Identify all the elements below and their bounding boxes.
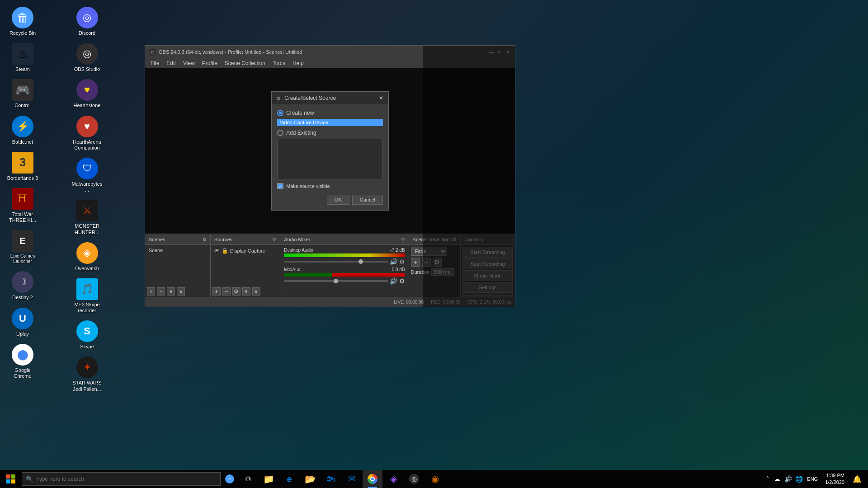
tray-chevron[interactable]: ˄ xyxy=(764,476,771,482)
dialog-close-button[interactable]: ✕ xyxy=(377,94,385,102)
desktop-icon-chrome[interactable]: ⬤ Google Chrome xyxy=(5,342,41,381)
uplay-icon: U xyxy=(12,308,33,329)
monsterhunter-label: MONSTER HUNTER... xyxy=(71,223,103,235)
tray-icon-network[interactable]: 🌐 xyxy=(794,470,803,488)
cortana-button[interactable]: ○ xyxy=(221,470,239,488)
taskbar-search-box[interactable]: 🔍 xyxy=(22,472,221,486)
create-new-radio[interactable] xyxy=(277,110,283,116)
desktop-icon-uplay[interactable]: U Uplay xyxy=(5,305,41,339)
language-indicator[interactable]: ENG xyxy=(805,476,820,482)
menu-view[interactable]: View xyxy=(179,59,198,67)
search-icon: 🔍 xyxy=(26,475,33,483)
dialog-buttons: OK Cancel xyxy=(277,195,383,205)
taskbar-app-figma[interactable]: ◈ xyxy=(383,470,403,488)
tray-icon-volume[interactable]: 🔊 xyxy=(783,470,793,488)
source-lock-icon[interactable]: 🔓 xyxy=(222,248,228,254)
explorer-icon: 📁 xyxy=(263,474,274,484)
desktop-audio-fader-thumb[interactable] xyxy=(359,259,363,264)
heartharena-label: HearthArena Companion xyxy=(71,139,103,151)
edge-icon: e xyxy=(287,474,292,484)
menu-profile[interactable]: Profile xyxy=(198,59,221,67)
desktop-icon-recycle-bin[interactable]: 🗑 Recycle Bin xyxy=(5,5,41,38)
desktop-icon-overwatch[interactable]: ◈ Overwatch xyxy=(69,240,105,274)
taskbar-app-obs[interactable]: ◎ xyxy=(404,470,424,488)
steam-icon: ♨ xyxy=(12,43,33,65)
add-existing-radio-option[interactable]: Add Existing xyxy=(277,130,383,136)
source-name-input[interactable]: Video Capture Device xyxy=(277,119,383,126)
menu-tools[interactable]: Tools xyxy=(269,59,289,67)
sources-up-button[interactable]: ∧ xyxy=(242,287,250,296)
epicgames-label: Epic Games Launcher xyxy=(7,253,38,264)
desktop-icon-skype[interactable]: S Skype xyxy=(69,318,105,352)
menu-file[interactable]: File xyxy=(147,59,163,67)
taskbar-app-store[interactable]: 🛍 xyxy=(321,470,341,488)
source-item-display-capture[interactable]: 👁 🔓 Display Capture xyxy=(212,247,278,255)
notification-button[interactable]: 🔔 xyxy=(850,470,864,488)
mic-audio-settings-icon[interactable]: ⚙ xyxy=(399,277,405,285)
taskbar-app-mail[interactable]: ✉ xyxy=(342,470,362,488)
clock-time: 1:39 PM xyxy=(826,472,844,479)
desktop-icon-destiny2[interactable]: ☽ Destiny 2 xyxy=(5,269,41,303)
scenes-remove-button[interactable]: − xyxy=(157,287,165,296)
desktop-icon-malwarebytes[interactable]: 🛡 Malwarebytes... xyxy=(69,155,105,195)
start-button[interactable] xyxy=(0,470,22,488)
svg-rect-3 xyxy=(11,479,15,483)
desktop-icon-monsterhunter[interactable]: ⚔ MONSTER HUNTER... xyxy=(69,197,105,237)
add-existing-radio[interactable] xyxy=(277,130,283,136)
dialog-titlebar: ◎ Create/Select Source ✕ xyxy=(272,92,388,104)
heartharena-icon: ♥ xyxy=(76,116,98,137)
desktop-icon-totalwar[interactable]: ⛩ Total War THREE KI... xyxy=(5,186,41,225)
desktop-icon-heartharena[interactable]: ♥ HearthArena Companion xyxy=(69,113,105,153)
desktop-icon-epicgames[interactable]: E Epic Games Launcher xyxy=(5,228,41,267)
desktop-audio-fader[interactable] xyxy=(284,261,387,263)
desktop-icon-control[interactable]: 🎮 Control xyxy=(5,77,41,111)
dialog-content: Create new Video Capture Device Add Exis… xyxy=(272,104,388,210)
search-input[interactable] xyxy=(36,476,208,482)
desktop-icon-mp3skype[interactable]: 🎵 MP3 Skype recorder xyxy=(69,276,105,316)
overwatch-icon: ◈ xyxy=(76,242,98,264)
taskbar-app-chrome[interactable] xyxy=(363,470,382,488)
menu-help[interactable]: Help xyxy=(289,59,307,67)
chrome-icon: ⬤ xyxy=(12,344,33,366)
recycle-bin-icon: 🗑 xyxy=(12,7,33,28)
sources-settings-button[interactable]: ⚙ xyxy=(232,287,241,296)
scenes-header-icon: ⚙ xyxy=(203,237,207,242)
mic-audio-fader-thumb[interactable] xyxy=(334,279,338,283)
dialog-cancel-button[interactable]: Cancel xyxy=(352,195,383,205)
hearthstone-icon: ♥ xyxy=(76,79,98,101)
desktop-audio-meter xyxy=(284,253,405,257)
taskbar-app-edge[interactable]: e xyxy=(279,470,299,488)
menu-edit[interactable]: Edit xyxy=(163,59,179,67)
taskbar-app-explorer[interactable]: 📁 xyxy=(259,470,278,488)
taskbar-clock[interactable]: 1:39 PM 1/2/2020 xyxy=(821,472,848,486)
sources-add-button[interactable]: + xyxy=(212,287,221,296)
tray-icon-cloud[interactable]: ☁ xyxy=(773,470,782,488)
mic-audio-fader[interactable] xyxy=(284,280,387,282)
make-visible-row: Make source visible xyxy=(277,183,383,189)
source-eye-icon[interactable]: 👁 xyxy=(214,248,220,254)
sources-down-button[interactable]: ∨ xyxy=(252,287,260,296)
desktop-icon-discord[interactable]: ◎ Discord xyxy=(69,5,105,38)
task-view-button[interactable]: ⧉ xyxy=(239,470,257,488)
scenes-add-button[interactable]: + xyxy=(147,287,155,296)
scene-item-scene[interactable]: Scene xyxy=(147,247,208,254)
desktop-icon-borderlands3[interactable]: 3 Borderlands 3 xyxy=(5,150,41,183)
desktop-icon-obs[interactable]: ◎ OBS Studio xyxy=(69,41,105,75)
mic-audio-mute-icon[interactable]: 🔊 xyxy=(390,277,397,285)
sources-remove-button[interactable]: − xyxy=(222,287,231,296)
taskbar-app-unknown[interactable]: ◉ xyxy=(425,470,445,488)
desktop-audio-settings-icon[interactable]: ⚙ xyxy=(399,258,405,265)
make-visible-checkbox[interactable] xyxy=(277,183,283,189)
taskbar-app-files[interactable]: 📂 xyxy=(300,470,320,488)
menu-scene-collection[interactable]: Scene Collection xyxy=(221,59,269,67)
dialog-ok-button[interactable]: OK xyxy=(327,195,349,205)
transitions-add-button[interactable]: + xyxy=(411,258,420,267)
desktop-icon-steam[interactable]: ♨ Steam xyxy=(5,41,41,75)
scenes-down-button[interactable]: ∨ xyxy=(177,287,185,296)
desktop-icon-battlenet[interactable]: ⚡ Battle.net xyxy=(5,113,41,147)
scenes-up-button[interactable]: ∧ xyxy=(167,287,175,296)
desktop-icon-hearthstone[interactable]: ♥ Hearthstone xyxy=(69,77,105,111)
desktop-icon-starwars[interactable]: ✦ STAR WARS Jedi Fallen... xyxy=(69,354,105,394)
desktop-audio-mute-icon[interactable]: 🔊 xyxy=(390,258,397,265)
create-new-radio-option[interactable]: Create new xyxy=(277,110,383,116)
